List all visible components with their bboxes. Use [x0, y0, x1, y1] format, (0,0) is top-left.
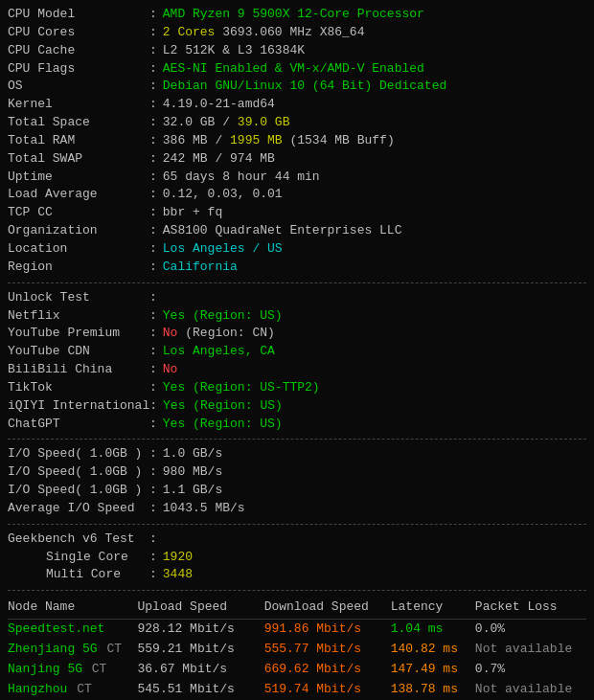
download-cell: 519.74 Mbit/s: [264, 680, 391, 700]
tiktok-label: TikTok: [8, 379, 149, 397]
network1-table: Node Name Upload Speed Download Speed La…: [8, 597, 586, 700]
network1-section: Node Name Upload Speed Download Speed La…: [8, 597, 586, 700]
cpu-flags-label: CPU Flags: [8, 60, 149, 79]
divider-1: [8, 282, 586, 283]
total-ram-label: Total RAM: [8, 132, 149, 150]
cpu-flags-row: CPU Flags : AES-NI Enabled & VM-x/AMD-V …: [8, 60, 586, 79]
table-row: Nanjing 5G CT36.67 Mbit/s669.62 Mbit/s14…: [8, 660, 586, 680]
load-average-row: Load Average : 0.12, 0.03, 0.01: [8, 186, 586, 204]
header-upload: Upload Speed: [137, 597, 263, 619]
region-value: California: [163, 259, 238, 277]
io1-label: I/O Speed( 1.0GB ): [8, 445, 149, 463]
youtube-premium-value: No (Region: CN): [163, 325, 275, 343]
io3-value: 1.1 GB/s: [163, 482, 222, 500]
io-avg-row: Average I/O Speed : 1043.5 MB/s: [8, 500, 586, 518]
unlock-title: Unlock Test: [8, 289, 149, 307]
iqiyi-label: iQIYI International: [8, 397, 149, 416]
cpu-cache-label: CPU Cache: [8, 42, 149, 60]
uptime-label: Uptime: [8, 169, 149, 187]
chatgpt-row: ChatGPT : Yes (Region: US): [8, 416, 586, 434]
io3-row: I/O Speed( 1.0GB ) : 1.1 GB/s: [8, 482, 586, 500]
tiktok-row: TikTok : Yes (Region: US-TTP2): [8, 379, 586, 397]
cpu-cache-value: L2 512K & L3 16384K: [163, 42, 305, 60]
bilibili-row: BiliBili China : No: [8, 361, 586, 379]
org-row: Organization : AS8100 QuadraNet Enterpri…: [8, 222, 586, 240]
header-latency: Latency: [391, 597, 475, 619]
latency-cell: 147.49 ms: [391, 660, 475, 680]
table-row: Speedtest.net 928.12 Mbit/s991.86 Mbit/s…: [8, 620, 586, 640]
node-name-cell: Zhenjiang 5G CT: [8, 640, 137, 660]
benchmark-title: Geekbench v6 Test: [8, 531, 149, 549]
total-swap-row: Total SWAP : 242 MB / 974 MB: [8, 150, 586, 169]
cpu-cores-label: CPU Cores: [8, 24, 149, 42]
location-row: Location : Los Angeles / US: [8, 240, 586, 259]
benchmark-single-label: Single Core: [8, 549, 149, 567]
io3-label: I/O Speed( 1.0GB ): [8, 482, 149, 500]
download-cell: 669.62 Mbit/s: [264, 660, 391, 680]
youtube-premium-row: YouTube Premium : No (Region: CN): [8, 325, 586, 343]
table-row: Hangzhou CT545.51 Mbit/s519.74 Mbit/s138…: [8, 680, 586, 700]
node-name-cell: Nanjing 5G CT: [8, 660, 137, 680]
node-name-cell: Hangzhou CT: [8, 680, 137, 700]
total-swap-label: Total SWAP: [8, 150, 149, 169]
load-average-value: 0.12, 0.03, 0.01: [163, 186, 283, 204]
kernel-label: Kernel: [8, 96, 149, 114]
unlock-section: Unlock Test : Netflix : Yes (Region: US)…: [8, 289, 586, 434]
region-label: Region: [8, 259, 149, 277]
total-ram-row: Total RAM : 386 MB / 1995 MB (1534 MB Bu…: [8, 132, 586, 150]
download-cell: 991.86 Mbit/s: [264, 620, 391, 640]
io-section: I/O Speed( 1.0GB ) : 1.0 GB/s I/O Speed(…: [8, 445, 586, 517]
cpu-model-value: AMD Ryzen 9 5900X 12-Core Processor: [163, 6, 424, 24]
bilibili-label: BiliBili China: [8, 361, 149, 379]
youtube-cdn-value: Los Angeles, CA: [163, 343, 275, 361]
loss-cell: Not available: [475, 680, 586, 700]
loss-cell: 0.7%: [475, 660, 586, 680]
netflix-value: Yes (Region: US): [163, 307, 283, 326]
cpu-model-row: CPU Model : AMD Ryzen 9 5900X 12-Core Pr…: [8, 6, 586, 24]
youtube-premium-label: YouTube Premium: [8, 325, 149, 343]
iqiyi-row: iQIYI International : Yes (Region: US): [8, 397, 586, 416]
tiktok-value: Yes (Region: US-TTP2): [163, 379, 320, 397]
benchmark-section: Geekbench v6 Test : Single Core : 1920 M…: [8, 531, 586, 585]
youtube-cdn-label: YouTube CDN: [8, 343, 149, 361]
download-cell: 555.77 Mbit/s: [264, 640, 391, 660]
cpu-flags-value: AES-NI Enabled & VM-x/AMD-V Enabled: [163, 60, 424, 79]
io2-value: 980 MB/s: [163, 463, 222, 482]
divider-2: [8, 439, 586, 440]
node-name-cell: Speedtest.net: [8, 620, 137, 640]
youtube-cdn-row: YouTube CDN : Los Angeles, CA: [8, 343, 586, 361]
total-ram-value: 386 MB / 1995 MB (1534 MB Buff): [163, 132, 395, 150]
network1-header-row: Node Name Upload Speed Download Speed La…: [8, 597, 586, 619]
loss-cell: 0.0%: [475, 620, 586, 640]
chatgpt-label: ChatGPT: [8, 416, 149, 434]
latency-cell: 1.04 ms: [391, 620, 475, 640]
io2-label: I/O Speed( 1.0GB ): [8, 463, 149, 482]
latency-cell: 138.78 ms: [391, 680, 475, 700]
cpu-cache-row: CPU Cache : L2 512K & L3 16384K: [8, 42, 586, 60]
table-row: Zhenjiang 5G CT559.21 Mbit/s555.77 Mbit/…: [8, 640, 586, 660]
total-space-label: Total Space: [8, 114, 149, 132]
bilibili-value: No: [163, 361, 178, 379]
total-space-row: Total Space : 32.0 GB / 39.0 GB: [8, 114, 586, 132]
benchmark-single-row: Single Core : 1920: [8, 549, 586, 567]
uptime-value: 65 days 8 hour 44 min: [163, 169, 320, 187]
benchmark-multi-label: Multi Core: [8, 566, 149, 584]
loss-cell: Not available: [475, 640, 586, 660]
location-value: Los Angeles / US: [163, 240, 283, 259]
io2-row: I/O Speed( 1.0GB ) : 980 MB/s: [8, 463, 586, 482]
upload-cell: 545.51 Mbit/s: [137, 680, 263, 700]
upload-cell: 559.21 Mbit/s: [137, 640, 263, 660]
region-row: Region : California: [8, 259, 586, 277]
kernel-value: 4.19.0-21-amd64: [163, 96, 275, 114]
unlock-title-row: Unlock Test :: [8, 289, 586, 307]
upload-cell: 928.12 Mbit/s: [137, 620, 263, 640]
tcp-cc-label: TCP CC: [8, 204, 149, 222]
netflix-row: Netflix : Yes (Region: US): [8, 307, 586, 326]
header-node: Node Name: [8, 597, 137, 619]
iqiyi-value: Yes (Region: US): [163, 397, 283, 416]
total-space-value: 32.0 GB / 39.0 GB: [163, 114, 290, 132]
netflix-label: Netflix: [8, 307, 149, 326]
kernel-row: Kernel : 4.19.0-21-amd64: [8, 96, 586, 114]
os-row: OS : Debian GNU/Linux 10 (64 Bit) Dedica…: [8, 78, 586, 96]
cpu-model-label: CPU Model: [8, 6, 149, 24]
